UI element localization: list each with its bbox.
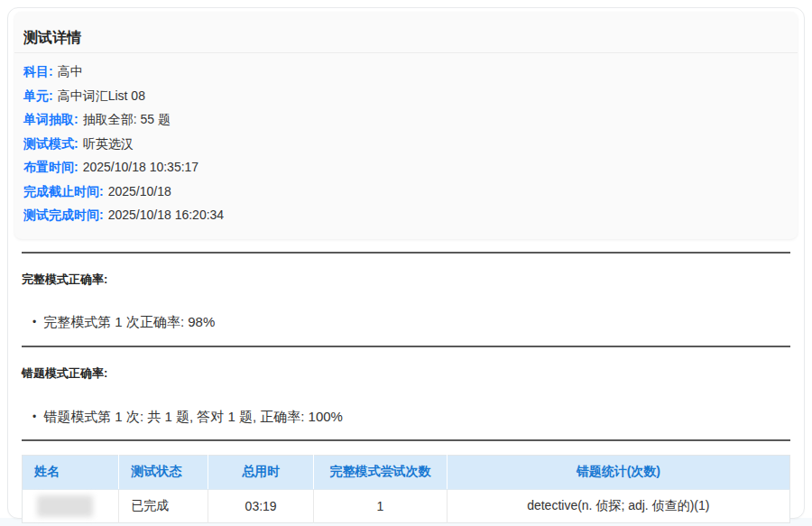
column-header-wrong-word-stats: 错题统计(次数) [447, 456, 789, 490]
info-value: 高中 [58, 64, 83, 78]
info-value: 2025/10/18 10:35:17 [83, 160, 198, 174]
page: 测试详情 科目:高中 单元:高中词汇List 08 单词抽取:抽取全部: 55 … [0, 0, 812, 526]
column-header-total-time: 总用时 [208, 456, 313, 490]
test-info-list: 科目:高中 单元:高中词汇List 08 单词抽取:抽取全部: 55 题 测试模… [14, 53, 798, 239]
cell-student-name [23, 490, 119, 523]
page-title: 测试详情 [14, 12, 798, 53]
info-label: 科目: [23, 64, 53, 78]
wrong-mode-accuracy-heading: 错题模式正确率: [22, 367, 790, 380]
info-label: 测试完成时间: [23, 208, 104, 222]
info-value: 2025/10/18 16:20:34 [108, 208, 224, 222]
info-row-subject: 科目:高中 [23, 60, 785, 84]
divider [22, 346, 790, 347]
full-mode-accuracy-item: 完整模式第 1 次正确率: 98% [32, 315, 790, 330]
column-header-full-mode-attempts: 完整模式尝试次数 [314, 456, 447, 490]
info-label: 测试模式: [23, 136, 78, 151]
results-table: 姓名 测试状态 总用时 完整模式尝试次数 错题统计(次数) 已完成 03:19 [22, 455, 790, 523]
redacted-name-blur [37, 495, 93, 517]
info-row-completed-time: 测试完成时间:2025/10/18 16:20:34 [23, 203, 785, 227]
info-row-word-selection: 单词抽取:抽取全部: 55 题 [23, 107, 785, 132]
info-label: 单元: [23, 88, 53, 103]
cell-wrong-word-stats: detective(n. 侦探; adj. 侦查的)(1) [447, 490, 789, 523]
wrong-mode-accuracy-item: 错题模式第 1 次: 共 1 题, 答对 1 题, 正确率: 100% [32, 410, 790, 425]
column-header-status: 测试状态 [119, 456, 208, 490]
table-row: 已完成 03:19 1 detective(n. 侦探; adj. 侦查的)(1… [23, 490, 790, 523]
test-detail-panel: 测试详情 科目:高中 单元:高中词汇List 08 单词抽取:抽取全部: 55 … [7, 7, 805, 519]
divider [22, 252, 790, 254]
info-label: 单词抽取: [23, 112, 78, 126]
info-label: 完成截止时间: [23, 184, 104, 198]
results-table-wrap: 姓名 测试状态 总用时 完整模式尝试次数 错题统计(次数) 已完成 03:19 [22, 455, 790, 523]
info-row-unit: 单元:高中词汇List 08 [23, 84, 785, 108]
info-value: 高中词汇List 08 [58, 88, 145, 103]
info-row-test-mode: 测试模式:听英选汉 [23, 132, 785, 156]
info-row-deadline: 完成截止时间:2025/10/18 [23, 180, 785, 204]
info-label: 布置时间: [23, 160, 78, 174]
cell-status: 已完成 [119, 490, 208, 523]
column-header-name: 姓名 [23, 456, 119, 490]
test-info-card: 测试详情 科目:高中 单元:高中词汇List 08 单词抽取:抽取全部: 55 … [14, 12, 798, 239]
divider [22, 439, 790, 441]
info-row-assigned-time: 布置时间:2025/10/18 10:35:17 [23, 155, 785, 180]
cell-full-mode-attempts: 1 [314, 490, 447, 523]
info-value: 抽取全部: 55 题 [83, 112, 171, 126]
cell-total-time: 03:19 [208, 490, 313, 523]
full-mode-accuracy-heading: 完整模式正确率: [22, 273, 790, 286]
info-value: 听英选汉 [83, 136, 134, 151]
table-header-row: 姓名 测试状态 总用时 完整模式尝试次数 错题统计(次数) [23, 456, 790, 490]
info-value: 2025/10/18 [108, 184, 171, 198]
